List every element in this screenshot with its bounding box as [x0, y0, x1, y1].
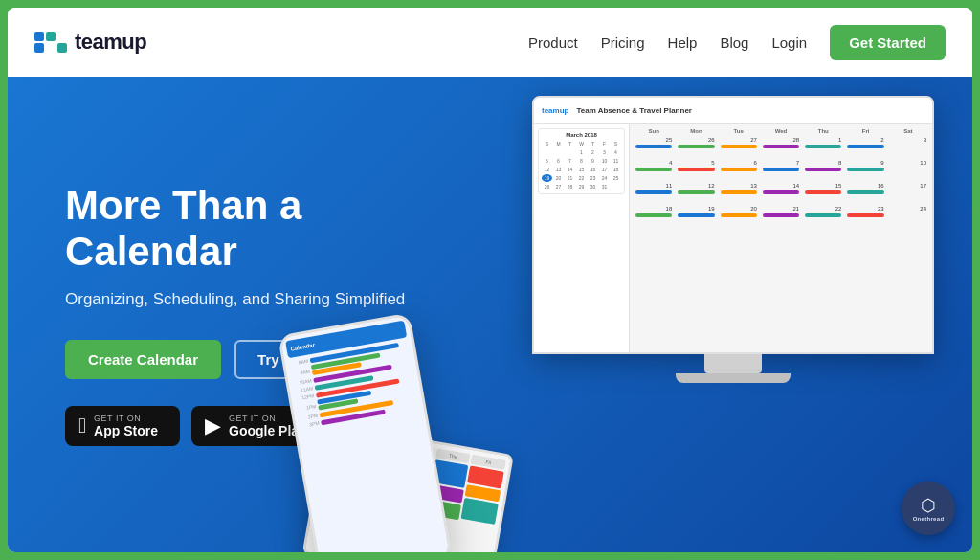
page-frame: teamup Product Pricing Help Blog Login G…	[8, 8, 972, 552]
cal-week-2: 4 5 6 7 8 9 10	[634, 159, 928, 180]
navbar: teamup Product Pricing Help Blog Login G…	[8, 8, 972, 77]
nav-product[interactable]: Product	[528, 34, 578, 51]
onethread-icon: ⬡	[921, 495, 936, 516]
monitor-mockup: teamup Team Absence & Travel Planner Mar…	[532, 96, 934, 392]
screen-title: Team Absence & Travel Planner	[576, 106, 692, 115]
app-store-name: App Store	[94, 423, 158, 438]
cal-header-row: Sun Mon Tue Wed Thu Fri Sat	[634, 128, 928, 134]
screen-inner: teamup Team Absence & Travel Planner Mar…	[534, 98, 932, 352]
apple-icon: 	[78, 414, 86, 438]
get-started-button[interactable]: Get Started	[830, 25, 946, 60]
cal-week-1: 25 26 27 28 1 2 3	[634, 136, 928, 157]
logo[interactable]: teamup	[34, 30, 146, 55]
screen-body: March 2018 S M T W T F S	[534, 124, 932, 352]
hero-title: More Than a Calendar	[65, 183, 467, 276]
cal-week-3: 11 12 13 14 15 16 17	[634, 182, 928, 203]
mini-calendar: March 2018 S M T W T F S	[538, 128, 625, 194]
hero-section: More Than a Calendar Organizing, Schedul…	[8, 77, 972, 552]
mini-cal-grid: S M T W T F S 1	[542, 140, 621, 190]
monitor-base	[676, 373, 791, 383]
nav-pricing[interactable]: Pricing	[601, 34, 645, 51]
screen-logo: teamup	[542, 106, 568, 115]
nav-links: Product Pricing Help Blog Login Get Star…	[528, 25, 946, 60]
monitor-stand	[704, 354, 762, 373]
app-store-get-it: GET IT ON	[94, 414, 158, 423]
monitor-screen: teamup Team Absence & Travel Planner Mar…	[532, 96, 934, 354]
cal-week-4: 18 19 20 21 22 23 24	[634, 205, 928, 226]
nav-login[interactable]: Login	[771, 34, 807, 51]
create-calendar-button[interactable]: Create Calendar	[65, 340, 221, 379]
nav-blog[interactable]: Blog	[720, 34, 748, 51]
logo-icon	[34, 32, 67, 53]
logo-text: teamup	[75, 30, 146, 55]
onethread-badge[interactable]: ⬡ Onethread	[902, 482, 955, 535]
app-store-text: GET IT ON App Store	[94, 414, 158, 438]
screen-main-calendar: Sun Mon Tue Wed Thu Fri Sat 25 26	[630, 124, 932, 352]
hero-subtitle: Organizing, Scheduling, and Sharing Simp…	[65, 290, 467, 309]
app-store-badge[interactable]:  GET IT ON App Store	[65, 406, 180, 446]
google-play-icon: ▶	[205, 414, 221, 438]
screen-topbar: teamup Team Absence & Travel Planner	[534, 98, 932, 124]
onethread-label: Onethread	[913, 516, 945, 522]
nav-help[interactable]: Help	[668, 34, 698, 51]
screen-sidebar: March 2018 S M T W T F S	[534, 124, 630, 352]
